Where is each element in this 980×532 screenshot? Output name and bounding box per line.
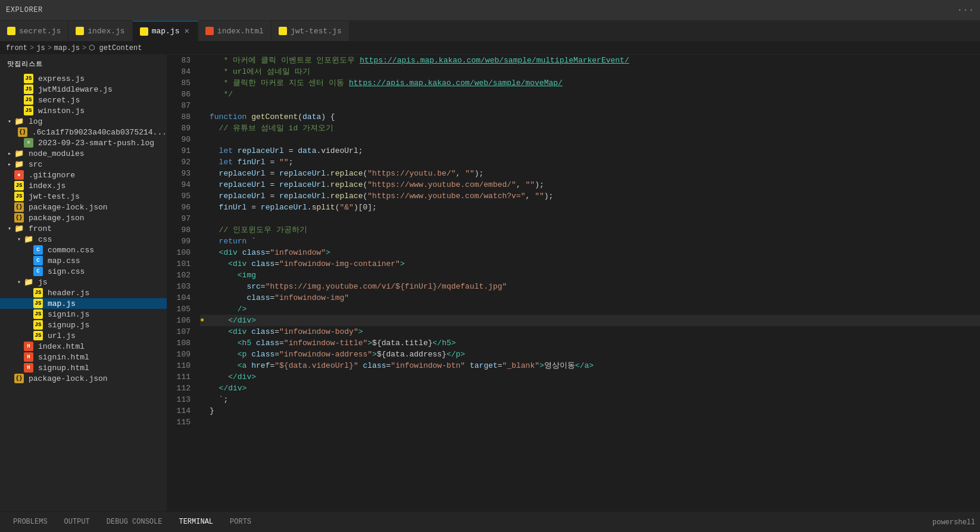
token-link: https://apis.map.kakao.com/web/sample/mo… — [349, 79, 563, 87]
sidebar-item-3[interactable]: JSwinston.js — [0, 105, 167, 116]
sidebar-item-0[interactable]: JSexpress.js — [0, 73, 167, 84]
tree-item-label: package.json — [29, 214, 85, 223]
code-container[interactable]: 8384858687888990919293949596979899100101… — [167, 55, 980, 511]
sidebar-item-21[interactable]: JSmap.js — [0, 298, 167, 309]
sidebar-item-19[interactable]: ▾📁js — [0, 277, 167, 287]
sidebar-item-23[interactable]: JSsignup.js — [0, 320, 167, 330]
tree-item-label: jwt-test.js — [29, 192, 80, 201]
token-str: "_blank" — [503, 361, 539, 370]
sidebar-item-14[interactable]: ▾📁front — [0, 223, 167, 234]
json-file-icon: {} — [14, 374, 24, 383]
sidebar-item-16[interactable]: Ccommon.css — [0, 245, 167, 255]
line-content: function getContent(data) { — [210, 111, 335, 123]
token-plain — [465, 361, 470, 370]
tree-item-label: express.js — [38, 74, 85, 83]
token-plain — [210, 192, 219, 201]
panel-tab-terminal[interactable]: TERMINAL — [170, 512, 221, 532]
code-line-87 — [200, 100, 980, 111]
sidebar-item-4[interactable]: ▾📁log — [0, 116, 167, 127]
token-attr: class — [251, 350, 274, 359]
code-line-104: class="infowindow-img" — [200, 292, 980, 303]
line-content: `; — [210, 394, 228, 405]
token-attr: target — [470, 361, 498, 370]
line-content: <div class="infowindow-body"> — [210, 326, 363, 337]
code-line-84: * url에서 섬네일 따기 — [200, 66, 980, 77]
panel-tab-problems[interactable]: PROBLEMS — [5, 512, 56, 532]
tab-map-js[interactable]: map.js× — [133, 21, 198, 41]
line-number-89: 89 — [176, 123, 191, 134]
sidebar-item-15[interactable]: ▾📁css — [0, 234, 167, 245]
panel-tab-ports[interactable]: PORTS — [221, 512, 260, 532]
panel-right-label: powershell — [932, 518, 975, 527]
token-cmt: * url에서 섬네일 따기 — [210, 67, 310, 76]
code-line-98: // 인포윈도우 가공하기 — [200, 224, 980, 236]
line-content: class="infowindow-img" — [210, 292, 349, 303]
sidebar-item-27[interactable]: Hsignup.html — [0, 362, 167, 373]
sidebar-item-20[interactable]: JSheader.js — [0, 287, 167, 298]
token-tag: <a — [238, 361, 247, 370]
breadcrumb: front > js > map.js > ⬡ getContent — [0, 42, 980, 55]
token-str: "" — [279, 158, 289, 167]
line-number-95: 95 — [176, 190, 191, 202]
sidebar-item-2[interactable]: JSsecret.js — [0, 95, 167, 105]
line-number-90: 90 — [176, 134, 191, 145]
sidebar-item-24[interactable]: JSurl.js — [0, 330, 167, 341]
token-cmt: // 인포윈도우 가공하기 — [210, 226, 307, 234]
token-plain: = — [498, 361, 503, 370]
token-str: "" — [535, 192, 544, 201]
token-var: replaceUrl — [279, 169, 326, 178]
line-number-88: 88 — [176, 111, 191, 123]
tab-jwt-test-js[interactable]: jwt-test.js — [271, 21, 349, 41]
token-plain: } — [210, 406, 214, 415]
breadcrumb-part-0[interactable]: front — [6, 44, 27, 52]
panel-tab-output[interactable]: OUTPUT — [56, 512, 98, 532]
sidebar-item-1[interactable]: JSjwtMiddleware.js — [0, 84, 167, 95]
sidebar-item-10[interactable]: JSindex.js — [0, 180, 167, 191]
tab-index-html[interactable]: index.html — [198, 21, 271, 41]
sidebar-item-13[interactable]: {}package.json — [0, 212, 167, 223]
code-lines: * 마커에 클릭 이벤트로 인포윈도우 https://apis.map.kak… — [195, 55, 980, 511]
line-number-106: 106 — [176, 315, 191, 326]
tab-close-button[interactable]: × — [183, 26, 190, 37]
token-plain — [210, 305, 238, 314]
sidebar-item-18[interactable]: Csign.css — [0, 266, 167, 277]
sidebar-item-11[interactable]: JSjwt-test.js — [0, 191, 167, 202]
line-number-98: 98 — [176, 224, 191, 236]
sidebar-item-28[interactable]: {}package-lock.json — [0, 373, 167, 384]
token-plain: = — [274, 259, 279, 268]
token-plain — [210, 384, 219, 393]
line-content: </div> — [210, 315, 256, 326]
sidebar-item-25[interactable]: Hindex.html — [0, 341, 167, 352]
tree-item-label: signin.js — [48, 310, 89, 319]
token-plain — [210, 146, 219, 155]
sidebar-item-17[interactable]: Cmap.css — [0, 255, 167, 266]
sidebar-item-5[interactable]: {}.6c1a1f7b9023a40cab0375214... — [0, 127, 167, 137]
css-file-icon: C — [33, 267, 43, 276]
sidebar-item-9[interactable]: ✖.gitignore — [0, 170, 167, 180]
breadcrumb-part-2[interactable]: js — [36, 44, 45, 52]
js-file-icon: JS — [33, 288, 43, 298]
code-line-85: * 클릭한 마커로 지도 센터 이동 https://apis.map.kaka… — [200, 77, 980, 89]
tree-item-label: css — [38, 235, 52, 244]
breadcrumb-part-6[interactable]: ⬡ getContent — [89, 43, 142, 52]
panel-tab-debug-console[interactable]: DEBUG CONSOLE — [98, 512, 171, 532]
code-line-115 — [200, 417, 980, 428]
sidebar-item-8[interactable]: ▸📁src — [0, 159, 167, 170]
code-line-103: src="https://img.youtube.com/vi/${finUrl… — [200, 281, 980, 292]
sidebar-item-6[interactable]: ≡2023-09-23-smart-push.log — [0, 137, 167, 148]
token-str: "" — [465, 169, 475, 178]
js-file-icon: JS — [14, 181, 24, 190]
tab-secret-js[interactable]: secret.js — [0, 21, 68, 41]
tab-index-js[interactable]: index.js — [68, 21, 132, 41]
line-content: <p class="infowindow-address">${data.add… — [210, 349, 465, 360]
line-number-114: 114 — [176, 405, 191, 417]
breadcrumb-part-4[interactable]: map.js — [54, 44, 80, 52]
folder-file-icon: 📁 — [24, 277, 33, 287]
sidebar-item-12[interactable]: {}package-lock.json — [0, 202, 167, 212]
folder-file-icon: 📁 — [14, 149, 24, 158]
sidebar-item-22[interactable]: JSsignin.js — [0, 309, 167, 320]
sidebar-item-26[interactable]: Hsignin.html — [0, 352, 167, 362]
more-options-icon[interactable]: ··· — [957, 5, 974, 15]
line-content: * 마커에 클릭 이벤트로 인포윈도우 https://apis.map.kak… — [210, 55, 629, 66]
sidebar-item-7[interactable]: ▸📁node_modules — [0, 148, 167, 159]
